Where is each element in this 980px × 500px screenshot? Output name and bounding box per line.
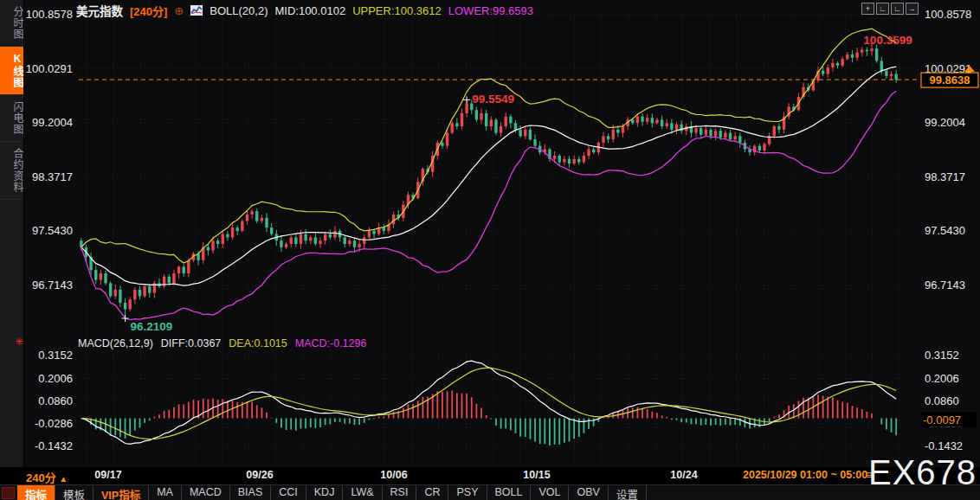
boll-mid-value: MID:100.0102 [274,4,345,17]
tab-cr[interactable]: CR [416,485,448,500]
boll-upper-value: UPPER:100.3612 [352,4,442,17]
period-text: 240分 [26,471,56,484]
tab-vip-indicator[interactable]: VIP指标 [93,485,149,500]
tab-boll[interactable]: BOLL [487,485,532,500]
watermark: EX678 [868,453,977,491]
go-to-latest-icon[interactable]: → [906,3,919,15]
tab-vol[interactable]: VOL [531,485,569,500]
price-axis-label-left: 96.7143 [32,279,73,292]
svg-text:99.8638: 99.8638 [930,74,970,87]
collapse-icon[interactable]: ⊕ [174,4,184,17]
tab-psy[interactable]: PSY [448,485,487,500]
macd-dea-value: DEA:0.1015 [229,337,287,349]
axis-labels: 100.8578100.8578100.0291100.029199.20049… [26,8,971,452]
tab-kdj[interactable]: KDJ [306,485,344,500]
svg-text:-0.0097: -0.0097 [923,413,961,426]
macd-diff-value: DIFF:0.0367 [161,337,221,349]
macd-axis-label-right: 0.2006 [925,372,959,385]
macd-axis-label-left: 0.3152 [38,349,73,362]
x-axis-row: 240分 ▲ 09/17 09/26 10/06 10/15 10/24 202… [0,467,980,484]
price-axis-label-left: 100.8578 [26,8,73,21]
hot-indicator-icon[interactable]: ✳ [15,336,23,348]
chart-type-sidebar: 分时图 K线图 闪电图 合约资料 [0,0,24,467]
svg-text:99.5549: 99.5549 [472,93,514,106]
price-annotation: 100.3599 [863,34,912,47]
indicator-toolbar: 指标 模板 VIP指标 MA MACD BIAS CCI KDJ LW& RSI… [0,484,980,500]
date-tick: 10/15 [523,469,550,481]
macd-axis-label-left: -0.1432 [35,439,73,452]
date-tick: 09/17 [94,469,121,481]
date-tick: 10/06 [380,469,407,481]
symbol-title: 美元指数 [76,2,123,19]
sidebar-tab-kline-chart[interactable]: K线图 [0,47,23,95]
tab-indicator[interactable]: 指标 [17,485,55,500]
macd-axis-label-right: 0.3152 [925,349,959,362]
tab-settings[interactable]: 设置 [609,485,647,500]
date-tick: 09/26 [246,469,273,481]
candlesticks [80,44,898,319]
indicator-chart-icon [190,5,203,16]
boll-params-label: BOLL(20,2) [210,4,268,17]
tab-obv[interactable]: OBV [569,485,608,500]
chart-header: 美元指数 [240分] ⊕ BOLL(20,2) MID:100.0102 UP… [76,3,533,18]
chart-tools: + ∟ ∟ → [861,3,919,15]
svg-text:96.2109: 96.2109 [131,320,173,333]
macd-pane [81,361,896,446]
chart-canvas[interactable]: 100.8578100.8578100.0291100.029199.20049… [0,0,980,500]
price-axis-label-left: 98.3717 [32,170,73,183]
price-axis-label-right: 99.2004 [925,116,965,129]
macd-header: MACD(26,12,9) DIFF:0.0367 DEA:0.1015 MAC… [78,337,366,349]
price-axis-label-right: 97.5430 [925,224,965,237]
macd-value-tag: -0.0097 [921,413,977,427]
price-axis-label-left: 99.2004 [32,116,73,129]
current-bar-session-label: 2025/10/29 01:00 ~ 05:00 [743,469,867,481]
sidebar-tab-time-chart[interactable]: 分时图 [0,0,23,47]
macd-axis-label-left: 0.2006 [38,372,73,385]
macd-axis-label-left: -0.0286 [35,417,73,430]
pan-icon[interactable]: + [861,3,874,15]
svg-text:100.3599: 100.3599 [863,34,912,47]
y-axis-scale-icon[interactable]: ∟ [876,3,889,15]
tab-template[interactable]: 模板 [55,485,93,500]
macd-axis-label-right: 0.0860 [925,394,959,407]
x-axis-scale-icon[interactable]: ∟ [891,3,904,15]
price-axis-label-right: 96.7143 [925,279,965,292]
app-window: 100.8578100.8578100.0291100.029199.20049… [0,0,980,500]
tab-ma[interactable]: MA [149,485,182,500]
period-selector[interactable]: 240分 ▲ [26,469,68,485]
indicator-menu-icon[interactable] [2,487,15,499]
price-axis-label-right: 98.3717 [925,170,965,183]
tab-rsi[interactable]: RSI [383,485,417,500]
gridlines [79,15,919,464]
price-axis-label-right: 100.8578 [925,8,971,21]
macd-axis-label-left: 0.0860 [38,394,73,407]
tab-lwr[interactable]: LW& [343,485,382,500]
sidebar-tab-contract-info[interactable]: 合约资料 [0,142,23,200]
macd-axis-label-right: -0.1432 [925,439,963,452]
boll-bands [81,29,896,319]
tab-macd[interactable]: MACD [182,485,230,500]
price-axis-label-left: 97.5430 [32,224,73,237]
tab-bias[interactable]: BIAS [230,485,272,500]
date-tick: 10/24 [670,469,697,481]
period-up-arrow-icon: ▲ [59,474,68,484]
boll-lower-value: LOWER:99.6593 [448,4,533,17]
sidebar-tab-lightning-chart[interactable]: 闪电图 [0,95,23,142]
macd-params-label: MACD(26,12,9) [78,337,153,349]
period-label[interactable]: [240分] [130,3,167,19]
tab-cci[interactable]: CCI [271,485,306,500]
macd-macd-value: MACD:-0.1296 [295,337,367,349]
price-axis-label-left: 100.0291 [26,62,73,75]
